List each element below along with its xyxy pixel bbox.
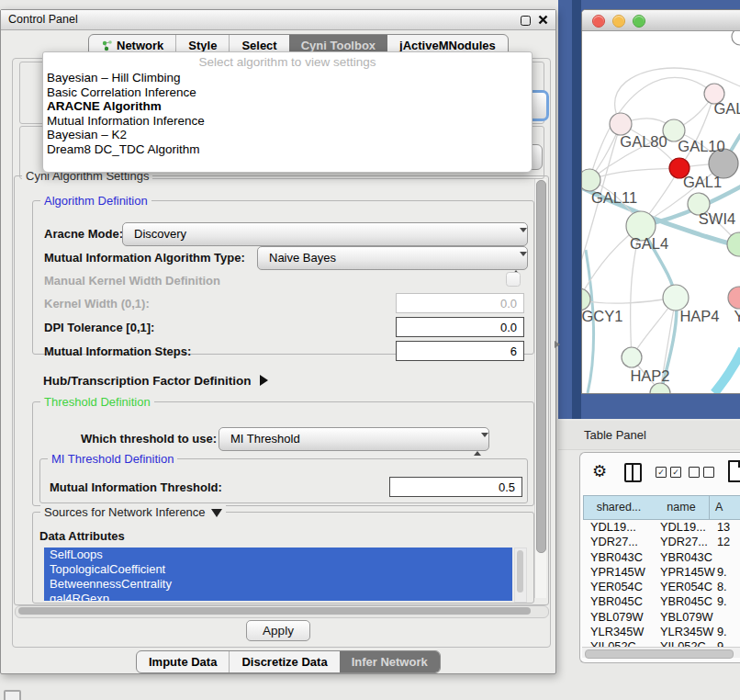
cell: YBR045C	[660, 594, 713, 609]
table-row[interactable]: YER054C YER054C 8.	[583, 580, 740, 594]
table-row[interactable]: YDL19... YDL19... 13	[583, 520, 740, 535]
float-window-icon[interactable]	[521, 16, 531, 26]
cell: YBR043C	[660, 550, 713, 565]
popup-item-mutual-information[interactable]: Mutual Information Inference	[43, 114, 532, 129]
mi-algorithm-type-combo[interactable]: Naive Bayes	[257, 246, 528, 270]
control-panel-titlebar[interactable]: Control Panel	[1, 10, 555, 30]
table-row[interactable]: YBR043C YBR043C	[583, 550, 740, 565]
table-panel-card: ⚙ ✓ ✓ shared... name A YDL19... YDL19...…	[579, 452, 740, 663]
close-traffic-light-icon[interactable]	[592, 15, 605, 28]
table-horizontal-scrollbar[interactable]	[582, 647, 740, 658]
cell: YBR043C	[590, 550, 656, 565]
list-item[interactable]: TopologicalCoefficient	[44, 562, 512, 577]
unselect-checkbox-icon[interactable]	[689, 467, 700, 478]
network-panel-border	[572, 0, 581, 419]
export-table-icon[interactable]	[728, 460, 740, 482]
settings-horizontal-scrollbar[interactable]	[15, 605, 549, 618]
control-panel-title: Control Panel	[8, 10, 78, 29]
popup-item-basic-correlation[interactable]: Basic Correlation Inference	[43, 85, 532, 100]
settings-scrollbar-thumb[interactable]	[536, 180, 546, 553]
apply-button[interactable]: Apply	[246, 620, 310, 641]
table-row[interactable]: YPR145W YPR145W 9.	[583, 565, 740, 580]
aracne-mode-combo[interactable]: Discovery	[122, 222, 528, 246]
node-hap2[interactable]	[622, 347, 642, 367]
horizontal-scrollbar-thumb[interactable]	[18, 607, 531, 615]
cell: YBR045C	[590, 594, 656, 609]
table-toolbar: ⚙ ✓ ✓	[580, 453, 740, 493]
data-attributes-list[interactable]: SelfLoops TopologicalCoefficient Between…	[44, 548, 512, 601]
select-all-checkbox-icon[interactable]: ✓	[656, 467, 667, 478]
svg-text:SWI4: SWI4	[699, 210, 735, 227]
tab-label: Infer Network	[352, 651, 428, 672]
dpi-tolerance-field[interactable]: 0.0	[396, 317, 524, 337]
list-item[interactable]: gal4RGexp	[44, 592, 512, 601]
mi-threshold-field[interactable]: 0.5	[389, 477, 522, 497]
list-item[interactable]: BetweennessCentrality	[44, 577, 512, 592]
close-icon[interactable]	[538, 15, 548, 25]
column-header-name[interactable]: name	[654, 495, 710, 520]
columns-icon[interactable]	[624, 463, 642, 482]
node-cut-right[interactable]	[727, 232, 740, 256]
cell: 9.	[717, 594, 740, 609]
zoom-traffic-light-icon[interactable]	[633, 15, 645, 28]
node-hap4[interactable]	[663, 285, 689, 310]
table-scrollbar-thumb[interactable]	[585, 649, 734, 659]
which-threshold-label: Which threshold to use:	[81, 427, 217, 451]
popup-item-bayesian-hill-climbing[interactable]: Bayesian – Hill Climbing	[43, 71, 532, 85]
unselect-checkbox-icon-2[interactable]	[703, 467, 714, 478]
mi-steps-field[interactable]: 6	[396, 341, 524, 361]
network-canvas[interactable]: GAL GAL80 GAL10 GAL1 GAL11 SWI4 GAL4 GCY…	[582, 31, 740, 393]
mi-threshold-definition-group: MI Threshold Definition Mutual Informati…	[39, 458, 528, 503]
svg-text:GAL10: GAL10	[678, 138, 724, 154]
minimized-panel-icon[interactable]	[4, 690, 21, 700]
svg-text:GAL: GAL	[713, 100, 740, 117]
popup-item-dream8[interactable]: Dream8 DC_TDC Algorithm	[43, 142, 532, 157]
tab-impute-data[interactable]: Impute Data	[137, 651, 229, 672]
cell: YDR27...	[590, 535, 656, 549]
column-header-cut[interactable]: A	[710, 495, 740, 520]
table-row[interactable]: YDR27... YDR27... 12	[583, 535, 740, 549]
select-all-checkbox-icon-2[interactable]: ✓	[670, 467, 681, 478]
table-header-row: shared... name A	[583, 495, 740, 520]
node-gal11[interactable]	[582, 169, 600, 191]
table-row[interactable]: YBL079W YBL079W	[583, 610, 740, 625]
network-tab-icon	[101, 40, 113, 51]
attributes-scrollbar-thumb[interactable]	[517, 550, 523, 593]
popup-item-bayesian-k2[interactable]: Bayesian – K2	[43, 128, 532, 142]
cell: YPR145W	[660, 565, 713, 580]
list-item[interactable]: SelfLoops	[44, 548, 512, 562]
cell: YLR345W	[660, 625, 713, 639]
tab-label: Discretize Data	[241, 651, 327, 672]
minimize-traffic-light-icon[interactable]	[612, 15, 625, 28]
tab-infer-network[interactable]: Infer Network	[340, 651, 440, 672]
sources-group: Sources for Network Inference Data Attri…	[32, 512, 534, 604]
group-title: Algorithm Definition	[40, 194, 151, 208]
expand-right-icon	[260, 375, 268, 386]
svg-text:GAL80: GAL80	[620, 133, 667, 150]
combo-value: Naive Bayes	[269, 251, 336, 265]
kernel-width-field[interactable]: 0.0	[396, 293, 524, 313]
node-cut-top[interactable]	[732, 31, 740, 45]
network-window-titlebar[interactable]	[582, 10, 740, 31]
popup-item-aracne[interactable]: ARACNE Algorithm	[43, 99, 532, 114]
node-gal80[interactable]	[610, 113, 632, 135]
cell: 8.	[717, 580, 740, 594]
sources-group-title[interactable]: Sources for Network Inference	[40, 505, 226, 519]
cell: 13	[717, 520, 740, 535]
node-cut-bottom[interactable]	[650, 383, 670, 393]
column-header-shared-name[interactable]: shared...	[583, 495, 655, 520]
manual-kernel-width-checkbox[interactable]	[506, 272, 521, 287]
gear-icon[interactable]: ⚙	[592, 461, 607, 481]
which-threshold-combo[interactable]: MI Threshold	[219, 427, 489, 451]
table-row[interactable]: YBR045C YBR045C 9.	[583, 594, 740, 609]
tab-discretize-data[interactable]: Discretize Data	[229, 651, 339, 672]
hub-definition-expander[interactable]: Hub/Transcription Factor Definition	[43, 371, 268, 390]
group-title: MI Threshold Definition	[48, 452, 177, 466]
svg-text:GAL11: GAL11	[591, 189, 637, 206]
tab-label: Impute Data	[149, 651, 217, 672]
settings-vertical-scrollbar[interactable]	[534, 179, 546, 598]
attributes-list-scrollbar[interactable]	[514, 548, 527, 603]
node-pink-right[interactable]	[728, 287, 740, 309]
table-row[interactable]: YLR345W YLR345W 9.	[583, 625, 740, 639]
mi-threshold-label: Mutual Information Threshold:	[50, 477, 222, 499]
